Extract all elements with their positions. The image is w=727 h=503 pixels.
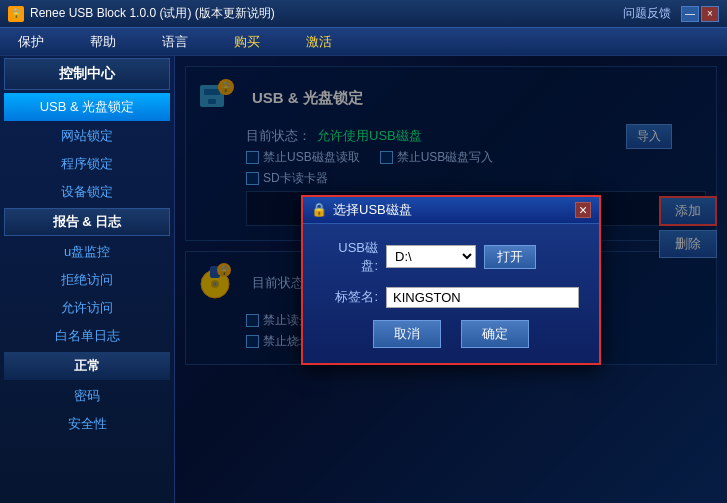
sidebar-item-control-center[interactable]: 控制中心	[4, 58, 170, 90]
sidebar-item-device-lock[interactable]: 设备锁定	[0, 178, 174, 206]
dialog-usb-select[interactable]: D:\	[386, 245, 476, 268]
window-controls: — ×	[681, 6, 719, 22]
dialog-label-row: 标签名:	[323, 287, 579, 308]
dialog-cancel-button[interactable]: 取消	[373, 320, 441, 348]
dialog-usb-label: USB磁盘:	[323, 239, 378, 275]
dialog-close-button[interactable]: ×	[575, 202, 591, 218]
sidebar-item-password[interactable]: 密码	[0, 382, 174, 410]
dialog-title-text: 选择USB磁盘	[333, 201, 412, 219]
dialog-title-bar: 🔒 选择USB磁盘 ×	[303, 197, 599, 224]
title-left: 🔒 Renee USB Block 1.0.0 (试用) (版本更新说明)	[8, 5, 275, 22]
menu-help[interactable]: 帮助	[82, 31, 124, 53]
sidebar-status-normal: 正常	[4, 352, 170, 380]
sidebar-item-program-lock[interactable]: 程序锁定	[0, 150, 174, 178]
sidebar-item-whitelist-log[interactable]: 白名单日志	[0, 322, 174, 350]
sidebar-item-allow-access[interactable]: 允许访问	[0, 294, 174, 322]
menu-protect[interactable]: 保护	[10, 31, 52, 53]
dialog-open-button[interactable]: 打开	[484, 245, 536, 269]
dialog-confirm-button[interactable]: 确定	[461, 320, 529, 348]
dialog-body: USB磁盘: D:\ 打开 标签名: 取消 确定	[303, 224, 599, 363]
dialog-title-content: 🔒 选择USB磁盘	[311, 201, 412, 219]
sidebar-item-deny-access[interactable]: 拒绝访问	[0, 266, 174, 294]
feedback-link[interactable]: 问题反馈	[623, 5, 671, 22]
sidebar-group-report: 报告 & 日志	[4, 208, 170, 236]
select-usb-dialog: 🔒 选择USB磁盘 × USB磁盘: D:\ 打开 标签名:	[301, 195, 601, 365]
content-area: 🔒 USB & 光盘锁定 目前状态： 允许使用USB磁盘 禁止USB磁盘读取 禁…	[175, 56, 727, 503]
title-right: 问题反馈 — ×	[623, 5, 719, 22]
app-icon: 🔒	[8, 6, 24, 22]
dialog-usb-row: USB磁盘: D:\ 打开	[323, 239, 579, 275]
title-bar: 🔒 Renee USB Block 1.0.0 (试用) (版本更新说明) 问题…	[0, 0, 727, 28]
menu-language[interactable]: 语言	[154, 31, 196, 53]
dialog-title-icon: 🔒	[311, 202, 327, 217]
minimize-button[interactable]: —	[681, 6, 699, 22]
sidebar-item-security[interactable]: 安全性	[0, 410, 174, 438]
menu-activate[interactable]: 激活	[298, 31, 340, 53]
close-button[interactable]: ×	[701, 6, 719, 22]
sidebar-item-u-monitor[interactable]: u盘监控	[0, 238, 174, 266]
sidebar-item-site-lock[interactable]: 网站锁定	[0, 122, 174, 150]
main-layout: 控制中心 USB & 光盘锁定 网站锁定 程序锁定 设备锁定 报告 & 日志 u…	[0, 56, 727, 503]
menu-buy[interactable]: 购买	[226, 31, 268, 53]
menu-bar: 保护 帮助 语言 购买 激活	[0, 28, 727, 56]
app-title: Renee USB Block 1.0.0 (试用) (版本更新说明)	[30, 5, 275, 22]
sidebar: 控制中心 USB & 光盘锁定 网站锁定 程序锁定 设备锁定 报告 & 日志 u…	[0, 56, 175, 503]
dialog-overlay: 🔒 选择USB磁盘 × USB磁盘: D:\ 打开 标签名:	[175, 56, 727, 503]
dialog-label-input[interactable]	[386, 287, 579, 308]
sidebar-item-usb-lock[interactable]: USB & 光盘锁定	[4, 93, 170, 121]
dialog-labelname-label: 标签名:	[323, 288, 378, 306]
dialog-buttons: 取消 确定	[323, 320, 579, 348]
